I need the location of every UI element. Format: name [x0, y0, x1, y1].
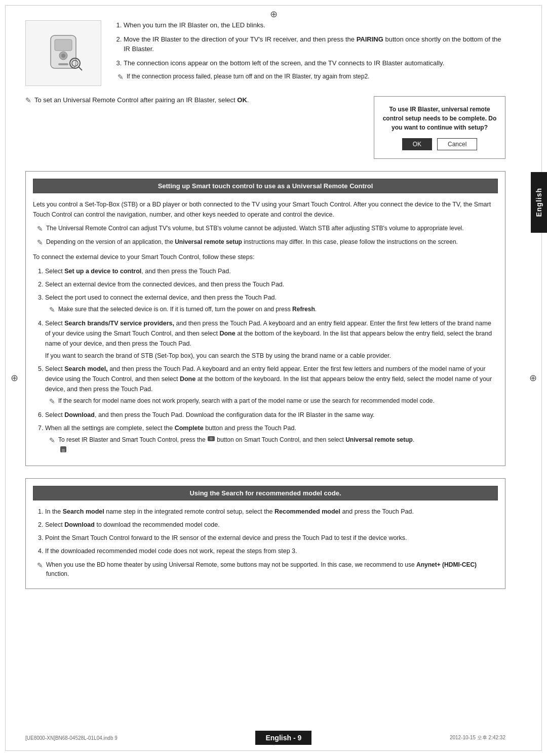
top-section: When you turn the IR Blaster on, the LED…	[25, 20, 505, 86]
language-sidebar: English	[531, 172, 547, 233]
step-1: When you turn the IR Blaster on, the LED…	[124, 20, 505, 30]
note-icon-2: ✎	[37, 237, 43, 248]
step-3: The connection icons appear on the botto…	[124, 58, 505, 68]
step-2: Move the IR Blaster to the direction of …	[124, 34, 505, 54]
section1-step-5: Select Search model, and then press the …	[45, 364, 498, 407]
section1-step-4: Select Search brands/TV service provider…	[45, 318, 498, 361]
footer-page-label: English - 9	[255, 731, 311, 745]
section1-step4-subnote: If you want to search the brand of STB (…	[45, 351, 498, 361]
section1-step-3: Select the port used to connect the exte…	[45, 292, 498, 315]
footer-date: 2012-10-15 오후 2:42:32	[450, 734, 505, 741]
section2-steps: In the Search model name step in the int…	[33, 507, 498, 556]
top-note-1: ✎ If the connection process failed, plea…	[113, 72, 505, 82]
section2-step-2: Select Download to download the recommen…	[45, 520, 498, 530]
dialog-cancel-button[interactable]: Cancel	[437, 138, 477, 150]
svg-point-3	[61, 54, 65, 58]
note-pencil-icon: ✎	[118, 72, 124, 82]
note-pencil-icon-2: ✎	[25, 96, 31, 104]
section1-step-2: Select an external device from the conne…	[45, 279, 498, 289]
section1-step3-note: ✎ Make sure that the selected device is …	[45, 305, 498, 315]
main-content: When you turn the IR Blaster on, the LED…	[0, 0, 531, 621]
dialog-ok-button[interactable]: OK	[402, 138, 432, 150]
crosshair-right-icon	[528, 373, 538, 383]
section2-step-3: Point the Smart Touch Control forward to…	[45, 533, 498, 543]
section1-step7-note: ✎ To reset IR Blaster and Smart Touch Co…	[45, 435, 498, 454]
home-icon	[58, 444, 68, 454]
section2-note: ✎ When you use the BD home theater by us…	[33, 560, 498, 578]
svg-rect-4	[58, 63, 68, 65]
section2-step-1: In the Search model name step in the int…	[45, 507, 498, 517]
section1-step-6: Select Download, and then press the Touc…	[45, 410, 498, 420]
crosshair-left-icon	[9, 373, 19, 383]
footer-file: [UE8000-XN]BN68-04528L-01L04.indb 9	[25, 735, 118, 741]
section1-steps: Select Set up a device to control, and t…	[33, 266, 498, 454]
svg-rect-11	[62, 449, 65, 452]
page-footer: [UE8000-XN]BN68-04528L-01L04.indb 9 Engl…	[0, 731, 531, 745]
note-icon-s2: ✎	[37, 560, 43, 571]
svg-rect-1	[55, 39, 72, 51]
section1-step5-note: ✎ If the search for model name does not …	[45, 396, 498, 407]
note-icon-3a: ✎	[49, 305, 55, 315]
section2-step-4: If the downloaded recommended model code…	[45, 546, 498, 556]
crosshair-top-icon	[268, 9, 279, 19]
section1-step-1: Select Set up a device to control, and t…	[45, 266, 498, 276]
dialog-text: To use IR Blaster, universal remote cont…	[382, 105, 497, 132]
section1-heading: Setting up Smart touch control to use as…	[33, 179, 498, 193]
top-note-section: ✎ To set an Universal Remote Control aft…	[25, 96, 505, 159]
device-image	[25, 20, 101, 86]
section2-box: Using the Search for recommended model c…	[25, 478, 505, 589]
section1-note-2: ✎ Depending on the version of an applica…	[33, 237, 498, 248]
dialog-box: To use IR Blaster, universal remote cont…	[374, 96, 505, 159]
svg-line-7	[79, 67, 82, 70]
section2-heading: Using the Search for recommended model c…	[33, 486, 498, 500]
top-note-text: To set an Universal Remote Control after…	[34, 96, 249, 104]
note-icon-1: ✎	[37, 224, 43, 234]
section1-body: Lets you control a Set-Top-Box (STB) or …	[33, 199, 498, 454]
section1-step-7: When all the settings are complete, sele…	[45, 423, 498, 454]
steps-list: When you turn the IR Blaster on, the LED…	[113, 20, 505, 86]
section2-body: In the Search model name step in the int…	[33, 507, 498, 578]
section1-pre-steps: To connect the external device to your S…	[33, 252, 498, 262]
note-icon-5: ✎	[49, 396, 55, 407]
section1-intro: Lets you control a Set-Top-Box (STB) or …	[33, 199, 498, 220]
note-icon-7: ✎	[49, 435, 55, 446]
section1-note-1: ✎ The Universal Remote Control can adjus…	[33, 224, 498, 234]
remote-btn-icon	[207, 436, 215, 442]
dialog-buttons: OK Cancel	[382, 138, 497, 150]
section1-box: Setting up Smart touch control to use as…	[25, 171, 505, 466]
top-note-ok: ✎ To set an Universal Remote Control aft…	[25, 96, 364, 104]
ir-blaster-svg	[35, 25, 91, 81]
svg-point-9	[210, 437, 213, 440]
